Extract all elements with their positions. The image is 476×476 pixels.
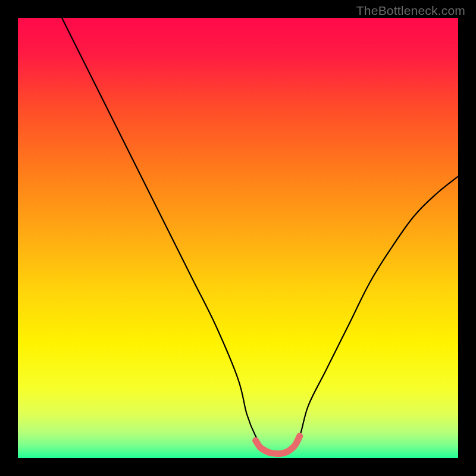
- valley-marker-path: [256, 436, 300, 454]
- chart-stage: TheBottleneck.com: [0, 0, 476, 476]
- watermark-text: TheBottleneck.com: [356, 4, 465, 18]
- bottleneck-curve-path: [62, 18, 458, 455]
- plot-area: [18, 18, 458, 458]
- chart-svg: [18, 18, 458, 458]
